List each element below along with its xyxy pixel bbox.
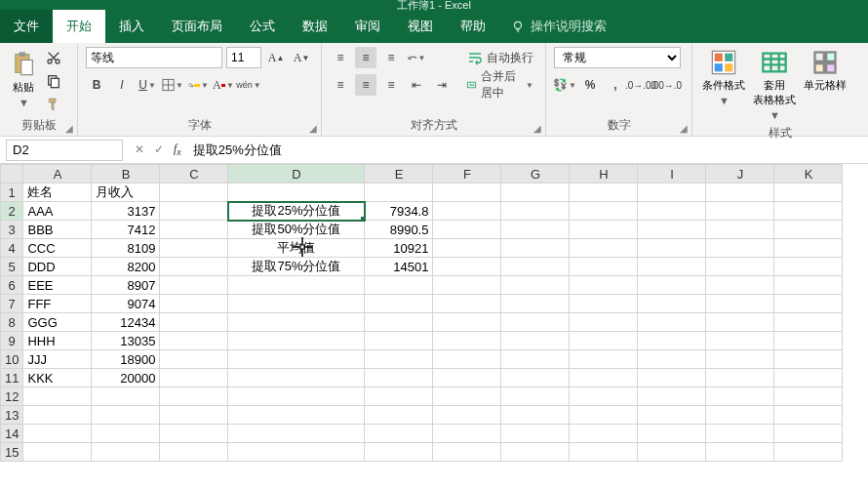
row-header-3[interactable]: 3 — [1, 221, 23, 239]
cell-K4[interactable] — [774, 239, 843, 258]
cell-I8[interactable] — [638, 313, 706, 332]
cell-E4[interactable]: 10921 — [365, 239, 433, 258]
bold-button[interactable]: B — [86, 74, 107, 96]
cell-J11[interactable] — [706, 369, 774, 387]
cell-D5[interactable]: 提取75%分位值 — [228, 258, 365, 276]
enter-formula-button[interactable]: ✓ — [154, 142, 164, 156]
cell-G4[interactable] — [501, 239, 570, 258]
name-box[interactable] — [6, 140, 123, 161]
col-header-H[interactable]: H — [570, 165, 638, 183]
cell-B5[interactable]: 8200 — [92, 258, 160, 276]
cell-F3[interactable] — [433, 221, 501, 239]
tab-formulas[interactable]: 公式 — [236, 10, 289, 43]
col-header-G[interactable]: G — [501, 165, 570, 183]
cell-A13[interactable] — [23, 406, 92, 425]
cell-I10[interactable] — [638, 350, 706, 369]
cell-A9[interactable]: HHH — [23, 332, 92, 350]
fill-color-button[interactable]: ▼ — [187, 74, 209, 96]
wrap-text-button[interactable]: 自动换行 — [462, 47, 537, 68]
cell-G9[interactable] — [501, 332, 570, 350]
cell-C8[interactable] — [160, 313, 228, 332]
insert-function-button[interactable]: fx — [174, 142, 181, 157]
cell-I14[interactable] — [638, 425, 706, 443]
cell-F4[interactable] — [433, 239, 501, 258]
cell-B3[interactable]: 7412 — [92, 221, 160, 239]
cell-A15[interactable] — [23, 443, 92, 462]
cell-G7[interactable] — [501, 295, 570, 313]
cell-styles-button[interactable]: 单元格样 — [802, 47, 848, 95]
row-header-4[interactable]: 4 — [1, 239, 23, 258]
row-header-15[interactable]: 15 — [1, 443, 23, 462]
cell-B1[interactable]: 月收入 — [92, 183, 160, 202]
cell-F9[interactable] — [433, 332, 501, 350]
cell-A12[interactable] — [23, 387, 92, 406]
cell-K8[interactable] — [774, 313, 843, 332]
cell-D1[interactable] — [228, 183, 365, 202]
cell-E14[interactable] — [365, 425, 433, 443]
cell-H1[interactable] — [570, 183, 638, 202]
cell-K3[interactable] — [774, 221, 843, 239]
increase-indent-button[interactable]: ⇥ — [431, 74, 453, 96]
cell-H2[interactable] — [570, 202, 638, 221]
cell-B9[interactable]: 13035 — [92, 332, 160, 350]
cell-C4[interactable] — [160, 239, 228, 258]
cell-E12[interactable] — [365, 387, 433, 406]
cell-I6[interactable] — [638, 276, 706, 295]
cell-J4[interactable] — [706, 239, 774, 258]
cell-B15[interactable] — [92, 443, 160, 462]
cell-B7[interactable]: 9074 — [92, 295, 160, 313]
fill-handle[interactable] — [361, 217, 365, 221]
cell-F2[interactable] — [433, 202, 501, 221]
phonetic-button[interactable]: wén▼ — [238, 74, 259, 96]
decrease-indent-button[interactable]: ⇤ — [406, 74, 427, 96]
tab-view[interactable]: 视图 — [394, 10, 447, 43]
cell-K6[interactable] — [774, 276, 843, 295]
comma-button[interactable]: , — [605, 74, 626, 96]
row-header-11[interactable]: 11 — [1, 369, 23, 387]
cell-C9[interactable] — [160, 332, 228, 350]
cell-G6[interactable] — [501, 276, 570, 295]
cell-B6[interactable]: 8907 — [92, 276, 160, 295]
tab-home[interactable]: 开始 — [53, 10, 105, 43]
cell-J10[interactable] — [706, 350, 774, 369]
cell-I7[interactable] — [638, 295, 706, 313]
col-header-J[interactable]: J — [706, 165, 774, 183]
cell-G5[interactable] — [501, 258, 570, 276]
cell-C10[interactable] — [160, 350, 228, 369]
format-painter-button[interactable] — [43, 94, 64, 115]
cell-C13[interactable] — [160, 406, 228, 425]
align-middle-button[interactable]: ≡ — [355, 47, 376, 68]
cell-E10[interactable] — [365, 350, 433, 369]
cut-button[interactable] — [43, 47, 64, 68]
cell-E13[interactable] — [365, 406, 433, 425]
decrease-font-button[interactable]: A▼ — [291, 47, 312, 68]
cell-I11[interactable] — [638, 369, 706, 387]
row-header-13[interactable]: 13 — [1, 406, 23, 425]
cell-C12[interactable] — [160, 387, 228, 406]
cell-G3[interactable] — [501, 221, 570, 239]
cell-G1[interactable] — [501, 183, 570, 202]
cell-D2[interactable]: 提取25%分位值 — [228, 202, 365, 221]
col-header-F[interactable]: F — [433, 165, 501, 183]
cell-J15[interactable] — [706, 443, 774, 462]
decrease-decimal-button[interactable]: .00→.0 — [655, 74, 677, 96]
font-name-combo[interactable] — [86, 47, 222, 68]
cell-K2[interactable] — [774, 202, 843, 221]
font-size-combo[interactable] — [226, 47, 261, 68]
row-header-5[interactable]: 5 — [1, 258, 23, 276]
cell-H9[interactable] — [570, 332, 638, 350]
formula-input[interactable] — [187, 140, 868, 161]
col-header-D[interactable]: D — [228, 165, 365, 183]
cell-J3[interactable] — [706, 221, 774, 239]
alignment-launcher[interactable]: ◢ — [533, 123, 541, 134]
cell-H7[interactable] — [570, 295, 638, 313]
cell-D11[interactable] — [228, 369, 365, 387]
tab-review[interactable]: 审阅 — [341, 10, 394, 43]
worksheet-grid[interactable]: ABCDEFGHIJK1姓名月收入2AAA3137提取25%分位值7934.83… — [0, 164, 868, 488]
cell-J5[interactable] — [706, 258, 774, 276]
copy-button[interactable] — [43, 70, 64, 92]
cell-G2[interactable] — [501, 202, 570, 221]
cell-D3[interactable]: 提取50%分位值 — [228, 221, 365, 239]
cell-K5[interactable] — [774, 258, 843, 276]
cell-H11[interactable] — [570, 369, 638, 387]
